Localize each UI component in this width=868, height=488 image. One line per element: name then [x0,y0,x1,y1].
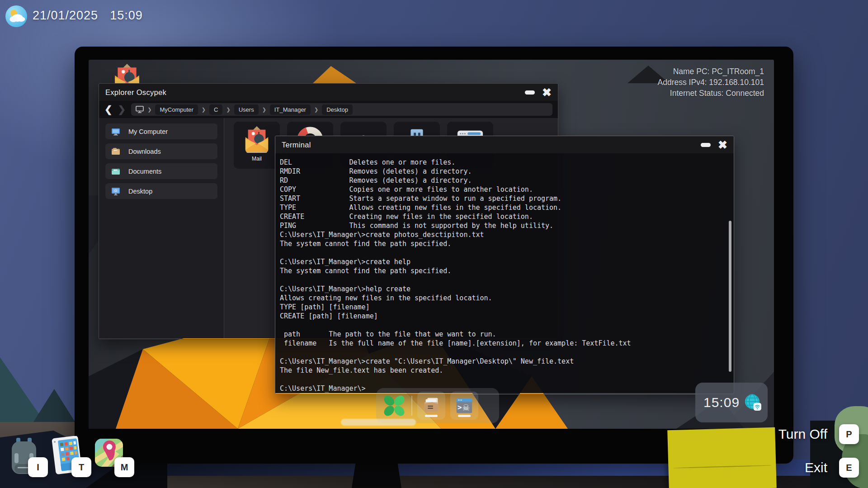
terminal-scrollbar[interactable] [729,155,731,391]
key-letter: M [121,462,128,473]
monitor-bezel: Name PC: PC_ITRoom_1 Address IPv4: 192.1… [75,47,793,464]
file-label: Mail [252,156,262,162]
taskbar-divider [411,396,412,416]
weather-icon[interactable] [5,5,27,27]
turn-off-label: Turn Off [778,426,827,442]
turn-off-key-badge[interactable]: P [839,424,859,444]
mail-bomb-icon [243,125,271,154]
screen-glare [341,419,416,426]
pc-info-panel: Name PC: PC_ITRoom_1 Address IPv4: 192.1… [658,66,764,99]
chevron-right-icon: ❯ [202,107,206,113]
close-icon[interactable]: ✖ [542,87,552,98]
sticky-note [667,427,777,488]
terminal-skull-icon [455,396,474,415]
running-indicator [458,415,471,417]
clock-tray[interactable]: 15:09 [695,383,768,422]
breadcrumb-desktop[interactable]: Desktop [322,104,353,115]
taskbar [376,388,499,423]
terminal-output: DEL Deletes one or more files. RMDIR Rem… [280,158,631,393]
sidebar-item-documents[interactable]: Documents [105,163,217,179]
explorer-navbar: ❮ ❯ ❯ MyComputer ❯ C ❯ Users ❯ IT_Manage… [99,101,558,118]
minimize-button[interactable] [701,143,711,147]
game-scene: Name PC: PC_ITRoom_1 Address IPv4: 192.1… [0,0,868,488]
inventory-key-badge[interactable]: I [28,457,48,477]
start-clover-icon[interactable] [382,393,406,418]
sidebar-item-label: Documents [128,168,161,175]
pc-ipv4: Address IPv4: 192.168.10.101 [658,77,764,88]
key-letter: T [79,462,84,473]
taskbar-terminal-button[interactable] [450,392,478,420]
chevron-right-icon: ❯ [314,107,318,113]
sidebar-item-downloads[interactable]: Downloads [105,143,217,159]
exit-control[interactable]: Exit E [805,458,859,478]
sidebar-item-label: Downloads [128,148,161,155]
minimize-button[interactable] [525,90,535,95]
sun-cloud-icon [6,6,26,26]
explorer-titlebar[interactable]: Explorer Oscypek ✖ [99,84,558,101]
running-indicator [425,415,438,417]
datetime-display: 21/01/2025 15:09 [33,9,143,23]
documents-folder-icon [111,167,120,176]
sidebar-item-my-computer[interactable]: My Computer [105,123,217,139]
terminal-body[interactable]: DEL Deletes one or more files. RMDIR Rem… [275,153,734,393]
downloads-folder-icon [111,147,120,156]
breadcrumb-itmanager[interactable]: IT_Manager [270,104,311,115]
breadcrumb-c[interactable]: C [209,104,222,115]
back-arrow-icon[interactable]: ❮ [104,104,113,115]
internet-globe-icon[interactable] [744,389,762,416]
tablet-key-badge[interactable]: T [71,457,91,477]
monitor-icon [136,106,144,113]
turn-off-control[interactable]: Turn Off P [778,424,859,444]
terminal-titlebar[interactable]: Terminal ✖ [275,136,734,153]
key-letter: E [846,463,852,473]
pc-name: Name PC: PC_ITRoom_1 [658,66,764,77]
sidebar-item-desktop[interactable]: Desktop [105,183,217,199]
file-tile-mail[interactable]: Mail [234,122,280,169]
breadcrumb-users[interactable]: Users [234,104,259,115]
taskbar-explorer-button[interactable] [417,392,445,420]
map-key-badge[interactable]: M [114,457,134,477]
forward-arrow-icon[interactable]: ❯ [118,104,126,115]
explorer-title: Explorer Oscypek [105,88,166,97]
terminal-window: Terminal ✖ DEL Deletes one or more files… [275,136,734,394]
folder-files-icon [422,396,441,415]
exit-label: Exit [805,460,827,475]
exit-key-badge[interactable]: E [839,458,859,478]
key-letter: P [846,429,852,440]
terminal-title: Terminal [282,141,311,149]
chevron-right-icon: ❯ [226,107,230,113]
key-letter: I [37,462,39,473]
time-text: 15:09 [110,9,143,23]
date-text: 21/01/2025 [33,9,98,23]
sidebar-item-label: My Computer [128,128,168,135]
chevron-right-icon: ❯ [147,107,151,113]
desktop-icon [111,187,120,196]
sidebar-item-label: Desktop [128,188,152,195]
close-icon[interactable]: ✖ [718,139,727,151]
chevron-right-icon: ❯ [262,107,266,113]
pc-screen: Name PC: PC_ITRoom_1 Address IPv4: 192.1… [89,60,774,429]
clock: 15:09 [703,395,740,410]
breadcrumb: ❯ MyComputer ❯ C ❯ Users ❯ IT_Manager ❯ … [131,103,552,116]
breadcrumb-mycomputer[interactable]: MyComputer [155,104,198,115]
monitor-stand [352,462,401,488]
scrollbar-thumb[interactable] [729,221,731,372]
computer-icon [111,127,120,136]
explorer-sidebar: My Computer Downloads Documents Des [99,118,224,338]
pc-internet-status: Internet Status: Connected [658,88,764,99]
